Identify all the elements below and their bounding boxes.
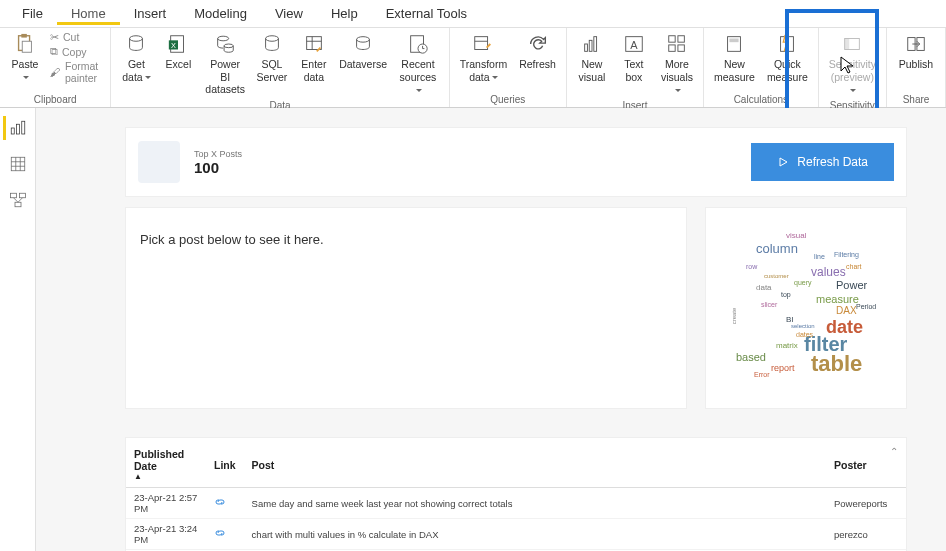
dataverse-button[interactable]: Dataverse [335, 30, 391, 73]
copy-icon: ⧉ [50, 45, 58, 58]
wordcloud-word[interactable]: chart [846, 263, 862, 270]
header-label: Top X Posts [194, 149, 242, 159]
wordcloud-word[interactable]: row [746, 263, 757, 270]
wordcloud-word[interactable]: Error [754, 371, 770, 378]
wordcloud-word[interactable]: line [814, 253, 825, 260]
table-row[interactable]: 23-Apr-21 2:57 PMSame day and same week … [126, 488, 906, 519]
excel-button[interactable]: X Excel [157, 30, 199, 73]
more-visuals-button[interactable]: Morevisuals [655, 30, 699, 98]
svg-rect-36 [21, 121, 24, 134]
table-header-row: Published Date▲ Link Post Poster [126, 442, 906, 488]
wordcloud-word[interactable]: based [736, 351, 766, 363]
wordcloud-word[interactable]: data [756, 283, 772, 292]
paste-button[interactable]: Paste [4, 30, 46, 85]
menu-external-tools[interactable]: External Tools [372, 2, 481, 25]
refresh-button[interactable]: Refresh [513, 30, 562, 73]
header-card: Top X Posts 100 Refresh Data [126, 128, 906, 196]
report-view-button[interactable] [3, 116, 27, 140]
dataverse-icon [351, 32, 375, 56]
menu-help[interactable]: Help [317, 2, 372, 25]
svg-rect-19 [589, 40, 592, 51]
svg-text:X: X [171, 41, 176, 50]
copy-button[interactable]: ⧉Copy [50, 44, 102, 59]
more-visuals-icon [665, 32, 689, 56]
pbi-datasets-button[interactable]: Power BIdatasets [199, 30, 250, 98]
text-box-icon: A [622, 32, 646, 56]
scroll-up-icon[interactable]: ⌃ [890, 446, 898, 457]
wordcloud-word[interactable]: matrix [776, 341, 798, 350]
svg-point-7 [218, 36, 229, 41]
svg-point-9 [265, 36, 278, 42]
calculations-group-label: Calculations [708, 92, 814, 107]
share-group-label: Share [891, 92, 941, 107]
wordcloud-word[interactable]: top [781, 291, 791, 298]
new-measure-button[interactable]: Newmeasure [708, 30, 761, 85]
wordcloud-visual[interactable]: columnvaluesPowermeasureDAXdatefiltertab… [706, 208, 906, 408]
wordcloud-word[interactable]: customer [764, 273, 789, 279]
svg-rect-42 [10, 193, 16, 198]
menu-file[interactable]: File [8, 2, 57, 25]
hint-text: Pick a post below to see it here. [140, 232, 324, 247]
model-view-button[interactable] [6, 188, 30, 212]
svg-rect-10 [307, 37, 322, 50]
col-published[interactable]: Published Date▲ [126, 442, 206, 488]
format-painter-button[interactable]: 🖌Format painter [50, 59, 102, 85]
enter-data-icon [302, 32, 326, 56]
wordcloud-word[interactable]: DAX [836, 305, 857, 316]
wordcloud-word[interactable]: Period [856, 303, 876, 310]
get-data-icon [124, 32, 148, 56]
quick-measure-button[interactable]: Quickmeasure [761, 30, 814, 85]
cell-link[interactable] [206, 488, 244, 519]
wordcloud-word[interactable]: visual [786, 231, 806, 240]
col-post[interactable]: Post [244, 442, 826, 488]
wordcloud-word[interactable]: selection [791, 323, 815, 329]
publish-button[interactable]: Publish [891, 30, 941, 73]
wordcloud-word[interactable]: slicer [761, 301, 777, 308]
ribbon: Paste ✂Cut ⧉Copy 🖌Format painter Clipboa… [0, 28, 946, 108]
wordcloud-word[interactable]: create [731, 308, 737, 325]
table-row[interactable]: 23-Apr-21 3:24 PMchart with multi values… [126, 519, 906, 550]
wordcloud-word[interactable]: values [811, 265, 846, 279]
svg-rect-37 [11, 157, 25, 171]
refresh-icon [526, 32, 550, 56]
cell-poster: Powereports [826, 488, 906, 519]
svg-rect-44 [15, 202, 21, 207]
cut-button[interactable]: ✂Cut [50, 30, 102, 44]
menu-view[interactable]: View [261, 2, 317, 25]
text-box-button[interactable]: A Textbox [613, 30, 655, 85]
posts-table-visual[interactable]: ⌃ Published Date▲ Link Post Poster 23-Ap… [126, 438, 906, 551]
svg-rect-1 [21, 34, 26, 38]
ribbon-group-calculations: Newmeasure Quickmeasure Calculations [704, 28, 819, 107]
new-visual-button[interactable]: Newvisual [571, 30, 613, 85]
svg-rect-24 [678, 36, 684, 42]
paste-icon [13, 32, 37, 56]
transform-data-button[interactable]: Transformdata [454, 30, 513, 85]
clipboard-group-label: Clipboard [4, 92, 106, 107]
wordcloud-word[interactable]: report [771, 363, 795, 373]
header-value: 100 [194, 159, 242, 176]
menu-home[interactable]: Home [57, 2, 120, 25]
recent-sources-button[interactable]: Recentsources [391, 30, 444, 98]
wordcloud-word[interactable]: column [756, 241, 798, 256]
enter-data-button[interactable]: Enterdata [293, 30, 335, 85]
wordcloud-word[interactable]: query [794, 279, 812, 286]
cell-link[interactable] [206, 519, 244, 550]
refresh-data-button[interactable]: Refresh Data [751, 143, 894, 181]
queries-group-label: Queries [454, 92, 562, 107]
view-rail [0, 108, 36, 551]
sql-server-button[interactable]: SQLServer [251, 30, 293, 85]
get-data-button[interactable]: Getdata [115, 30, 157, 85]
wordcloud-word[interactable]: Filtering [834, 251, 859, 258]
new-visual-icon [580, 32, 604, 56]
wordcloud-word[interactable]: measure [816, 293, 859, 305]
report-canvas[interactable]: Top X Posts 100 Refresh Data Pick a post… [36, 108, 946, 551]
wordcloud-word[interactable]: Power [836, 279, 867, 291]
svg-point-13 [357, 37, 370, 43]
menu-insert[interactable]: Insert [120, 2, 181, 25]
wordcloud-word[interactable]: table [811, 351, 862, 377]
col-link[interactable]: Link [206, 442, 244, 488]
menu-modeling[interactable]: Modeling [180, 2, 261, 25]
wordcloud-word[interactable]: dates [796, 331, 813, 338]
paste-label: Paste [12, 58, 39, 71]
data-view-button[interactable] [6, 152, 30, 176]
